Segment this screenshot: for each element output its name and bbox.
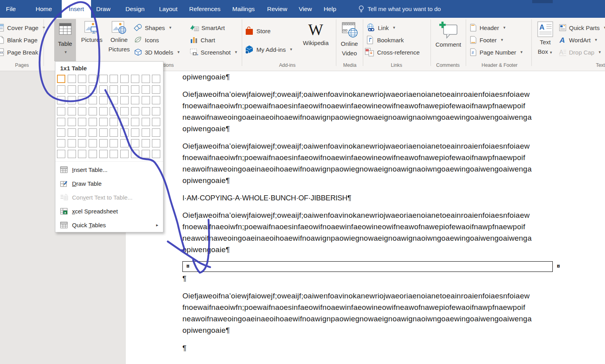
tab-draw[interactable]: Draw [92, 0, 115, 18]
grid-cell[interactable] [110, 85, 118, 94]
grid-cell[interactable] [99, 128, 108, 137]
grid-cell[interactable] [131, 75, 139, 83]
grid-cell[interactable] [110, 150, 118, 158]
online-pictures-button[interactable]: Online Pictures [106, 21, 132, 54]
grid-cell[interactable] [68, 96, 76, 104]
3d-models-button[interactable]: 3D Models▼ [134, 46, 180, 58]
smartart-button[interactable]: SmartArt [190, 22, 225, 34]
grid-cell[interactable] [131, 139, 139, 147]
grid-cell[interactable] [152, 75, 160, 83]
footer-button[interactable]: Footer▼ [470, 34, 504, 46]
bookmark-button[interactable]: Bookmark [366, 34, 404, 46]
pictures-button[interactable]: Pictures [80, 21, 104, 45]
shapes-button[interactable]: Shapes▼ [134, 22, 172, 34]
grid-cell[interactable] [78, 118, 86, 126]
my-addins-button[interactable]: My Add-ins▼ [245, 43, 293, 55]
grid-cell[interactable] [89, 128, 97, 137]
menu-item-draw-table[interactable]: Draw Table [55, 177, 163, 190]
grid-cell[interactable] [110, 75, 118, 83]
cover-page-button[interactable]: Cover Page▼ [0, 22, 46, 34]
grid-cell[interactable] [142, 139, 150, 147]
tab-insert[interactable]: Insert [62, 0, 91, 18]
grid-cell[interactable] [131, 96, 139, 104]
grid-cell[interactable] [99, 96, 108, 104]
grid-cell[interactable] [89, 75, 97, 83]
grid-cell[interactable] [89, 150, 97, 158]
grid-cell[interactable] [110, 139, 118, 147]
grid-cell[interactable] [110, 96, 118, 104]
grid-cell[interactable] [142, 75, 150, 83]
grid-cell[interactable] [89, 139, 97, 147]
tab-home[interactable]: Home [30, 0, 57, 18]
grid-cell[interactable] [99, 107, 108, 115]
grid-cell[interactable] [99, 150, 108, 158]
grid-cell[interactable] [120, 128, 129, 137]
grid-cell[interactable] [99, 118, 108, 126]
grid-cell[interactable] [120, 118, 129, 126]
grid-cell[interactable] [57, 128, 65, 137]
grid-cell[interactable] [89, 96, 97, 104]
menu-item-insert-table[interactable]: Insert Table... [55, 163, 163, 177]
grid-cell[interactable] [78, 139, 86, 147]
grid-cell[interactable] [57, 107, 65, 115]
store-button[interactable]: Store [245, 25, 271, 37]
menu-item-convert-text-to-table[interactable]: Convert Text to Table... [55, 190, 163, 204]
grid-cell[interactable] [120, 96, 129, 104]
grid-cell[interactable] [89, 85, 97, 94]
tab-mailings[interactable]: Mailings [228, 0, 260, 18]
grid-cell[interactable] [152, 139, 160, 147]
tab-references[interactable]: References [184, 0, 225, 18]
inserted-1x1-table[interactable]: ¤ ¤ [182, 261, 553, 272]
grid-cell[interactable] [142, 107, 150, 115]
grid-cell[interactable] [110, 128, 118, 137]
grid-cell[interactable] [78, 96, 86, 104]
drop-cap-button[interactable]: A Drop Cap▼ [559, 46, 601, 58]
page-number-button[interactable]: # Page Number▼ [470, 46, 523, 58]
header-button[interactable]: Header▼ [470, 22, 506, 34]
grid-cell[interactable] [152, 85, 160, 94]
grid-cell[interactable] [99, 85, 108, 94]
grid-cell[interactable] [120, 107, 129, 115]
grid-cell[interactable] [68, 107, 76, 115]
grid-cell[interactable] [110, 107, 118, 115]
tab-view[interactable]: View [294, 0, 317, 18]
quick-parts-button[interactable]: Quick Parts▼ [559, 22, 605, 34]
wordart-button[interactable]: A WordArt▼ [559, 34, 598, 46]
text-box-button[interactable]: A Text Box▼ [534, 21, 556, 57]
grid-cell[interactable] [120, 150, 129, 158]
icons-button[interactable]: Icons [134, 34, 159, 46]
grid-cell[interactable] [142, 128, 150, 137]
grid-cell[interactable] [152, 118, 160, 126]
chart-button[interactable]: Chart [190, 34, 215, 46]
grid-cell[interactable] [110, 118, 118, 126]
tab-file[interactable]: File [1, 0, 21, 18]
menu-item-excel-spreadsheet[interactable]: X xcel Spreadsheet [55, 204, 163, 218]
grid-cell[interactable] [152, 128, 160, 137]
cross-reference-button[interactable]: Cross-reference [364, 46, 420, 58]
grid-cell[interactable] [57, 139, 65, 147]
grid-cell[interactable] [68, 75, 76, 83]
link-button[interactable]: Link▼ [366, 22, 396, 34]
grid-cell[interactable] [99, 139, 108, 147]
grid-cell[interactable] [142, 85, 150, 94]
page-break-button[interactable]: Page Break [0, 46, 38, 58]
tell-me-box[interactable]: Tell me what you want to do [358, 0, 441, 18]
grid-cell[interactable] [68, 128, 76, 137]
grid-cell[interactable] [68, 150, 76, 158]
online-video-button[interactable]: Online Video [339, 21, 360, 58]
screenshot-button[interactable]: + Screenshot▼ [190, 46, 238, 58]
grid-cell[interactable] [89, 107, 97, 115]
grid-cell[interactable] [152, 150, 160, 158]
grid-cell[interactable] [142, 150, 150, 158]
tab-review[interactable]: Review [262, 0, 292, 18]
menu-item-quick-tables[interactable]: Quick Tables ▸ [55, 218, 163, 232]
tab-layout[interactable]: Layout [154, 0, 182, 18]
grid-cell[interactable] [78, 85, 86, 94]
grid-cell[interactable] [89, 118, 97, 126]
grid-cell[interactable] [68, 139, 76, 147]
grid-cell[interactable] [57, 150, 65, 158]
grid-cell[interactable] [152, 96, 160, 104]
grid-cell[interactable] [57, 85, 65, 94]
grid-cell[interactable] [142, 96, 150, 104]
grid-cell[interactable] [120, 75, 129, 83]
